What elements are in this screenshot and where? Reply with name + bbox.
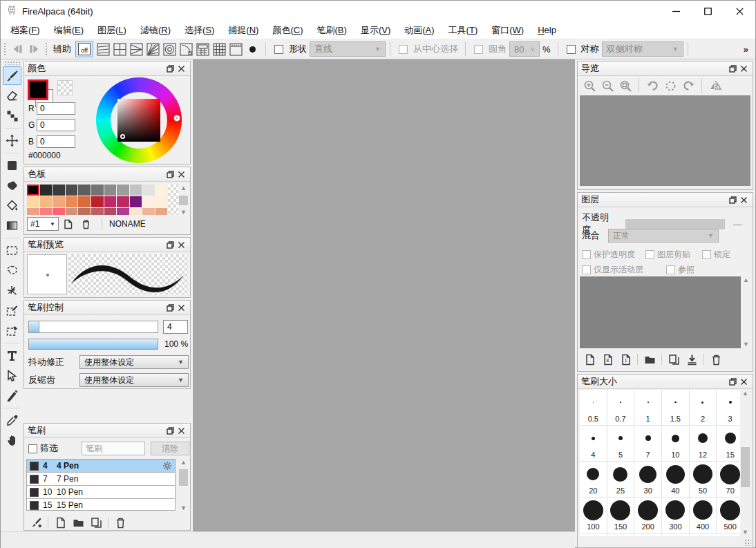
brush-size-cell[interactable]: 0.5: [580, 390, 607, 426]
palette-swatch[interactable]: [155, 196, 168, 207]
add-brush-icon[interactable]: [27, 516, 45, 529]
scroll-up-icon[interactable]: ▲: [179, 459, 188, 466]
scroll-down-icon[interactable]: ▼: [179, 209, 188, 216]
palette-swatch[interactable]: [104, 185, 117, 196]
scroll-down-icon[interactable]: ▼: [179, 504, 188, 512]
sv-marker[interactable]: [120, 134, 125, 139]
symmetry-type-select[interactable]: 双侧对称▼: [602, 41, 683, 57]
brush-size-cell[interactable]: 100: [580, 498, 607, 533]
palette-scrollbar[interactable]: ▲ ▼: [178, 185, 189, 216]
text-tool[interactable]: [3, 346, 21, 365]
saturation-value-square[interactable]: [117, 99, 160, 142]
palette-swatch[interactable]: [78, 185, 91, 196]
reference-checkbox[interactable]: [666, 265, 675, 274]
foreground-color-swatch[interactable]: [28, 79, 48, 100]
close-panel-icon[interactable]: [738, 63, 749, 74]
duplicate-layer-icon[interactable]: [665, 352, 683, 366]
menu-item-v[interactable]: 显示(V): [354, 23, 397, 38]
brush-size-cell[interactable]: [662, 533, 690, 536]
new-1bit-layer-icon[interactable]: 1: [616, 352, 634, 366]
brush-size-cell[interactable]: 4: [580, 426, 607, 462]
zoom-fit-icon[interactable]: [616, 77, 634, 94]
tool-column-grip[interactable]: [4, 61, 21, 65]
menu-item-h[interactable]: Help: [531, 23, 563, 38]
from-center-checkbox[interactable]: [399, 45, 408, 54]
palette-swatch[interactable]: [91, 208, 104, 215]
palette-swatch[interactable]: [27, 208, 39, 215]
eraser-tool[interactable]: [3, 86, 21, 105]
float-panel-icon[interactable]: [727, 194, 738, 205]
brush-search-input[interactable]: [82, 442, 145, 455]
toolbar-grip[interactable]: [3, 41, 7, 57]
brush-size-cell[interactable]: [607, 533, 635, 536]
palette-swatch[interactable]: [142, 208, 155, 215]
palette-swatch[interactable]: [66, 208, 78, 215]
palette-swatch[interactable]: [130, 208, 142, 215]
brush-size-cell[interactable]: 0.7: [607, 390, 635, 426]
rotate-right-icon[interactable]: [679, 77, 697, 94]
brush-size-cell[interactable]: 400: [690, 498, 717, 533]
blend-select[interactable]: 正常▼: [608, 229, 719, 243]
close-panel-icon[interactable]: [176, 425, 187, 436]
layers-scrollbar[interactable]: ▲ ▼: [741, 276, 751, 348]
clipping-checkbox[interactable]: [645, 250, 654, 259]
new-brush-icon[interactable]: [51, 516, 69, 529]
menu-item-w[interactable]: 窗口(W): [484, 23, 531, 38]
menu-item-n[interactable]: 捕捉(N): [221, 23, 265, 38]
close-panel-icon[interactable]: [176, 63, 187, 74]
brush-list-item[interactable]: 7 7 Pen: [27, 473, 175, 486]
brush-size-cell[interactable]: 1.5: [662, 390, 690, 426]
palette-swatch[interactable]: [78, 208, 91, 215]
float-panel-icon[interactable]: [164, 239, 176, 250]
menu-item-l[interactable]: 图层(L): [91, 23, 133, 38]
show-active-only-checkbox[interactable]: [582, 265, 591, 274]
palette-swatch[interactable]: [117, 208, 129, 215]
scroll-thumb[interactable]: [179, 469, 188, 486]
close-panel-icon[interactable]: [176, 302, 187, 313]
close-panel-icon[interactable]: [176, 239, 187, 250]
palette-swatch[interactable]: [40, 185, 53, 196]
select-eraser-tool[interactable]: [3, 321, 21, 340]
palette-swatch[interactable]: [40, 208, 53, 215]
move-tool[interactable]: [3, 131, 21, 150]
brush-size-cell[interactable]: [634, 533, 662, 536]
palette-swatch[interactable]: [27, 196, 39, 207]
correction-select[interactable]: 使用整体设定▼: [79, 355, 189, 369]
new-layer-icon[interactable]: [580, 352, 598, 366]
float-panel-icon[interactable]: [727, 376, 738, 387]
brush-list-item[interactable]: 15 15 Pen: [27, 499, 175, 511]
brush-size-cell[interactable]: 20: [580, 462, 607, 498]
magic-wand-tool[interactable]: [3, 281, 21, 300]
corner-radius-spinner[interactable]: 80∨: [509, 41, 540, 57]
scroll-up-icon[interactable]: ▲: [741, 390, 750, 397]
delete-layer-icon[interactable]: [707, 352, 725, 366]
flip-horizontal-icon[interactable]: [706, 77, 724, 94]
brush-size-cell[interactable]: 10: [662, 426, 690, 462]
brush-size-cell[interactable]: [580, 533, 607, 536]
scroll-down-icon[interactable]: ▼: [741, 529, 750, 536]
toolbar-grip[interactable]: [44, 41, 48, 57]
brush-folder-icon[interactable]: [69, 516, 87, 529]
eyedropper-tool[interactable]: [3, 411, 21, 430]
snap-circle-button[interactable]: [161, 41, 178, 57]
hand-tool[interactable]: [3, 431, 21, 450]
merge-down-icon[interactable]: [683, 352, 701, 366]
palette-page-select[interactable]: #1▼: [27, 217, 59, 231]
brush-size-cell[interactable]: 2: [690, 390, 717, 426]
palette-swatch[interactable]: [104, 208, 117, 215]
float-panel-icon[interactable]: [727, 63, 738, 74]
select-pen-tool[interactable]: [3, 301, 21, 320]
palette-swatch[interactable]: [78, 196, 91, 207]
snap-off-button[interactable]: off: [75, 41, 93, 57]
palette-swatch[interactable]: [53, 208, 65, 215]
menu-item-t[interactable]: 工具(T): [442, 23, 485, 38]
symmetry-checkbox[interactable]: [567, 45, 576, 54]
layer-folder-icon[interactable]: [641, 352, 659, 366]
palette-swatch[interactable]: [130, 185, 142, 196]
close-button[interactable]: [724, 1, 755, 21]
snap-ruler-button[interactable]: [227, 41, 244, 57]
delete-brush-icon[interactable]: [111, 516, 129, 529]
hue-wheel[interactable]: [96, 77, 182, 163]
palette-swatch[interactable]: [91, 185, 104, 196]
brush-size-cell[interactable]: 30: [634, 462, 662, 498]
